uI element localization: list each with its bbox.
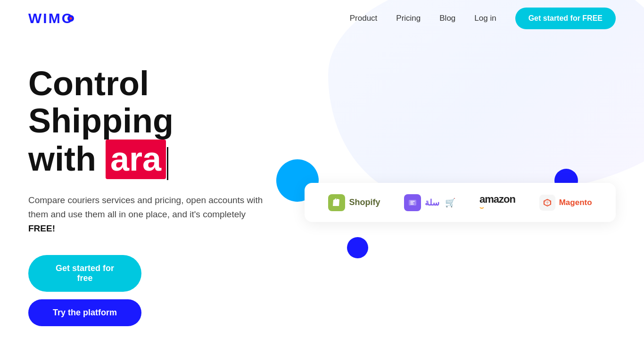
hero-description: Compare couriers services and pricing, o… xyxy=(28,193,273,236)
amazon-logo-group: amazon ⌣ xyxy=(479,193,515,212)
nav-login-link[interactable]: Log in xyxy=(474,14,496,23)
integrations-bar: Shopify سلة 🛒 amazon ⌣ xyxy=(305,183,616,222)
magento-icon xyxy=(539,195,555,211)
svg-point-2 xyxy=(69,17,72,20)
salla-label: سلة xyxy=(425,197,439,208)
get-started-button[interactable]: Get started for free xyxy=(28,255,141,292)
shopify-integration: Shopify xyxy=(328,194,380,211)
hero-title-line3-prefix: with xyxy=(28,140,106,178)
nav-links: Product Pricing Blog Log in Get started … xyxy=(350,8,616,29)
logo-dot-icon xyxy=(66,13,76,24)
hero-buttons: Get started for free Try the platform xyxy=(28,255,273,326)
hero-title-highlight: ara xyxy=(106,140,166,179)
hero-section: Control Shipping with ara Compare courie… xyxy=(0,37,644,326)
amazon-integration: amazon ⌣ xyxy=(479,193,515,212)
hero-title-line1: Control xyxy=(28,65,149,102)
salla-cart-icon: 🛒 xyxy=(445,197,455,208)
try-platform-button[interactable]: Try the platform xyxy=(28,299,141,326)
navbar: WIMO Product Pricing Blog Log in Get sta… xyxy=(0,0,644,37)
hero-content: Control Shipping with ara Compare courie… xyxy=(28,65,273,326)
hero-visual: Shopify سلة 🛒 amazon ⌣ xyxy=(276,65,616,254)
decorative-circle-bottom xyxy=(347,237,368,258)
hero-title: Control Shipping with ara xyxy=(28,65,273,179)
hero-desc-text: Compare couriers services and pricing, o… xyxy=(28,195,263,219)
hero-title-line2: Shipping xyxy=(28,102,173,140)
salla-integration: سلة 🛒 xyxy=(404,194,455,211)
shopify-label: Shopify xyxy=(349,197,380,207)
nav-cta-button[interactable]: Get started for FREE xyxy=(515,8,616,29)
nav-pricing-link[interactable]: Pricing xyxy=(396,14,421,23)
amazon-text: amazon xyxy=(479,193,515,206)
magento-integration: Magento xyxy=(539,195,592,211)
amazon-arrow-icon: ⌣ xyxy=(479,204,483,212)
salla-icon xyxy=(404,194,421,211)
nav-blog-link[interactable]: Blog xyxy=(439,14,455,23)
logo[interactable]: WIMO xyxy=(28,10,76,26)
nav-product-link[interactable]: Product xyxy=(350,14,378,23)
magento-label: Magento xyxy=(559,198,592,207)
hero-desc-free: FREE! xyxy=(28,223,55,233)
shopify-icon xyxy=(328,194,345,211)
cursor-bar xyxy=(167,147,168,180)
